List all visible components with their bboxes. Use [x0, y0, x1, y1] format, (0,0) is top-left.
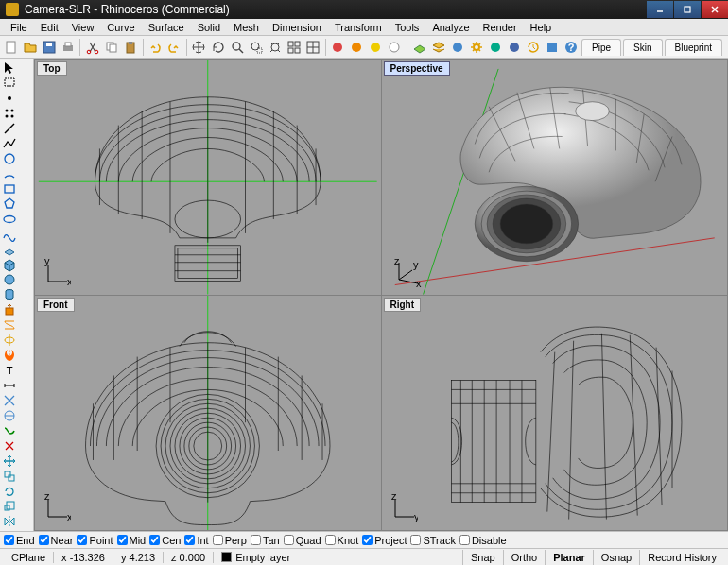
osnap-quad[interactable]: Quad — [284, 535, 321, 546]
osnap-checkbox[interactable] — [251, 535, 261, 545]
tab-blueprint[interactable]: Blueprint — [665, 39, 722, 56]
points-icon[interactable] — [2, 106, 17, 121]
history-button[interactable] — [525, 38, 543, 57]
osnap-end[interactable]: End — [4, 535, 35, 546]
zoom-extents-button[interactable] — [266, 38, 284, 57]
save-button[interactable] — [40, 38, 58, 57]
osnap-checkbox[interactable] — [39, 535, 49, 545]
status-pane-osnap[interactable]: Osnap — [593, 550, 639, 565]
split-icon[interactable] — [2, 408, 17, 423]
osnap-knot[interactable]: Knot — [325, 535, 359, 546]
move-icon[interactable] — [2, 454, 17, 469]
viewport-right[interactable]: Right zy — [382, 296, 728, 531]
osnap-mid[interactable]: Mid — [117, 535, 147, 546]
maximize-button[interactable] — [674, 1, 701, 18]
explode-icon[interactable] — [2, 438, 17, 454]
properties-button[interactable] — [448, 38, 466, 57]
osnap-checkbox[interactable] — [117, 535, 128, 545]
cplane-button[interactable] — [410, 38, 428, 57]
print-button[interactable] — [59, 38, 77, 57]
pointer-icon[interactable] — [2, 60, 17, 76]
osnap-checkbox[interactable] — [362, 535, 373, 545]
line-icon[interactable] — [2, 121, 17, 136]
zoom-extents-all-button[interactable] — [285, 38, 303, 57]
copy-button[interactable] — [103, 38, 121, 57]
surface-icon[interactable] — [2, 242, 17, 257]
viewport-top[interactable]: Top — [35, 60, 381, 295]
viewport-label-right[interactable]: Right — [384, 298, 422, 312]
menu-edit[interactable]: Edit — [34, 20, 65, 35]
four-view-button[interactable] — [304, 38, 322, 57]
circle-icon[interactable] — [2, 151, 17, 166]
menu-curve[interactable]: Curve — [100, 20, 141, 35]
pan-button[interactable] — [190, 38, 208, 57]
menu-dimension[interactable]: Dimension — [266, 20, 328, 35]
loft-icon[interactable] — [2, 317, 17, 333]
menu-help[interactable]: Help — [524, 20, 559, 35]
scale-icon[interactable] — [2, 499, 17, 514]
osnap-cen[interactable]: Cen — [149, 535, 181, 546]
menu-solid[interactable]: Solid — [191, 20, 227, 35]
ellipse-icon[interactable] — [2, 212, 17, 227]
status-pane-planar[interactable]: Planar — [545, 550, 593, 565]
osnap-checkbox[interactable] — [4, 535, 14, 545]
status-layer-selector[interactable]: Empty layer — [214, 552, 298, 563]
menu-transform[interactable]: Transform — [328, 20, 389, 35]
rectangle-icon[interactable] — [2, 181, 17, 197]
zoom-window-button[interactable] — [247, 38, 265, 57]
menu-view[interactable]: View — [65, 20, 101, 35]
render-button[interactable] — [506, 38, 524, 57]
polyline-icon[interactable] — [2, 136, 17, 151]
osnap-checkbox[interactable] — [459, 535, 470, 545]
gear-icon[interactable] — [467, 38, 485, 57]
osnap-int[interactable]: Int — [184, 535, 208, 546]
osnap-perp[interactable]: Perp — [213, 535, 247, 546]
menu-mesh[interactable]: Mesh — [227, 20, 266, 35]
osnap-checkbox[interactable] — [149, 535, 160, 545]
cut-button[interactable] — [83, 38, 101, 57]
osnap-near[interactable]: Near — [39, 535, 74, 546]
rotate-tool-icon[interactable] — [2, 484, 17, 499]
cylinder-icon[interactable] — [2, 287, 17, 302]
lasso-icon[interactable] — [2, 76, 17, 91]
arc-icon[interactable] — [2, 166, 17, 181]
osnap-point[interactable]: Point — [77, 535, 113, 546]
paste-button[interactable] — [122, 38, 140, 57]
revolve-icon[interactable] — [2, 333, 17, 348]
tab-pipe[interactable]: Pipe — [581, 39, 621, 56]
redo-button[interactable] — [165, 38, 183, 57]
osnap-checkbox[interactable] — [410, 535, 421, 545]
new-button[interactable] — [2, 38, 20, 57]
open-button[interactable] — [21, 38, 39, 57]
osnap-disable[interactable]: Disable — [459, 535, 507, 546]
polygon-icon[interactable] — [2, 197, 17, 212]
rotate-button[interactable] — [209, 38, 227, 57]
point-icon[interactable] — [2, 91, 17, 106]
status-pane-record-history[interactable]: Record History — [639, 550, 724, 565]
osnap-strack[interactable]: STrack — [410, 535, 455, 546]
zoom-button[interactable] — [228, 38, 246, 57]
shade-red-icon[interactable] — [329, 38, 347, 57]
extrude-icon[interactable] — [2, 302, 17, 317]
curve-icon[interactable] — [2, 227, 17, 242]
osnap-tan[interactable]: Tan — [251, 535, 280, 546]
undo-button[interactable] — [147, 38, 165, 57]
viewport-label-perspective[interactable]: Perspective — [384, 61, 450, 76]
layer-button[interactable] — [429, 38, 447, 57]
options-button[interactable] — [544, 38, 562, 57]
filter-button[interactable] — [486, 38, 504, 57]
mirror-icon[interactable] — [2, 514, 17, 529]
shade-orange-icon[interactable] — [348, 38, 366, 57]
flame-icon[interactable] — [2, 348, 17, 363]
close-button[interactable] — [702, 1, 728, 18]
trim-icon[interactable] — [2, 393, 17, 408]
viewport-label-top[interactable]: Top — [37, 61, 67, 76]
viewport-front[interactable]: Front zx — [35, 296, 381, 531]
osnap-project[interactable]: Project — [362, 535, 407, 546]
menu-surface[interactable]: Surface — [142, 20, 191, 35]
box-icon[interactable] — [2, 257, 17, 272]
text-icon[interactable]: T — [2, 363, 17, 378]
osnap-checkbox[interactable] — [184, 535, 195, 545]
dimension-icon[interactable] — [2, 378, 17, 393]
sphere-icon[interactable] — [2, 272, 17, 287]
